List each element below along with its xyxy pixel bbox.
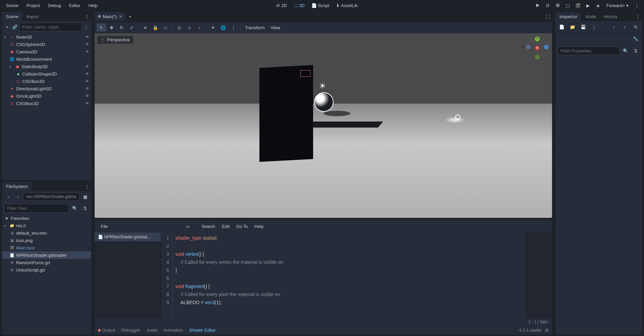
move-tool-button[interactable]: ✥ xyxy=(107,23,116,32)
filter-options-icon[interactable]: ⇅ xyxy=(631,46,640,55)
load-resource-button[interactable]: 📁 xyxy=(568,22,577,31)
code-minimap[interactable] xyxy=(525,233,552,318)
fs-file-icon[interactable]: ▦ icon.png xyxy=(2,237,91,244)
tree-node-csgbox1[interactable]: ⬡ CSGBox3D 👁 xyxy=(2,78,91,85)
tab-output[interactable]: Output xyxy=(98,328,115,333)
extra-tool-icon[interactable]: 🔧 xyxy=(631,34,640,43)
orientation-gizmo[interactable]: Y Z X xyxy=(526,37,549,59)
code-editor[interactable]: 1 2 3 4 5 6 7 8 9 shader_type spatial; v… xyxy=(161,233,552,318)
movie-button[interactable]: 🎬 xyxy=(574,1,582,10)
snap-options-button[interactable]: ▲ xyxy=(195,23,204,32)
fs-file-main[interactable]: 🎬 Main.tscn xyxy=(2,244,91,251)
mode-2d-button[interactable]: ⇄ 2D xyxy=(274,2,290,9)
tab-filesystem[interactable]: FileSystem xyxy=(2,182,32,191)
collapse-icon[interactable]: ▾ xyxy=(4,224,8,228)
visibility-icon[interactable]: 👁 xyxy=(85,101,89,106)
transform-menu[interactable]: Transform xyxy=(242,24,267,32)
scale-tool-button[interactable]: ⤢ xyxy=(127,23,136,32)
fs-file-shader[interactable]: 📄 NPRNoirShader.gdshader xyxy=(2,251,91,259)
shader-edit-menu[interactable]: Edit xyxy=(219,223,232,230)
view-menu[interactable]: View xyxy=(268,24,283,32)
tree-node-csgbox2[interactable]: ⬡ CSGBox3D 👁 xyxy=(2,100,91,107)
tab-history[interactable]: History xyxy=(600,12,622,21)
visibility-icon[interactable]: 👁 xyxy=(85,35,89,39)
fs-toggle-icon[interactable]: ▦ xyxy=(81,192,89,201)
filter-dots-icon[interactable]: ⋮ xyxy=(83,22,89,31)
fs-path-input[interactable] xyxy=(23,193,80,201)
mode-3d-button[interactable]: ⬚ 3D xyxy=(291,2,307,9)
mode-script-button[interactable]: 📄 Script xyxy=(309,2,332,9)
visibility-icon[interactable]: 👁 xyxy=(85,49,89,54)
tree-node-camera[interactable]: ◉ Camera3D 👁 xyxy=(2,48,91,55)
tb-dots-icon[interactable]: ⋮ xyxy=(229,23,238,32)
add-node-button[interactable]: + xyxy=(4,22,10,31)
nav-fwd-button[interactable]: › xyxy=(14,192,22,201)
scene-tab-main[interactable]: Main(*) ✕ xyxy=(95,12,126,21)
resource-dots-icon[interactable]: ⋮ xyxy=(590,22,598,31)
stop-button[interactable] xyxy=(553,1,562,10)
add-scene-button[interactable]: + xyxy=(126,12,135,21)
fs-file-randomforce[interactable]: ⚙ RandomForce.gd xyxy=(2,259,91,266)
mode-assetlib-button[interactable]: ⬇ AssetLib xyxy=(333,2,360,9)
gizmo-y-neg[interactable] xyxy=(535,55,540,59)
gizmo-y[interactable]: Y xyxy=(535,37,540,41)
collapse-icon[interactable]: ▾ xyxy=(9,65,13,68)
tab-animation[interactable]: Animation xyxy=(163,328,183,333)
rotate-tool-button[interactable]: ↻ xyxy=(117,23,126,32)
tab-inspector[interactable]: Inspector xyxy=(555,12,581,21)
viewport-3d[interactable]: ⋮ Perspective ☀ Y Z X xyxy=(95,33,552,218)
link-button[interactable]: 🔗 xyxy=(12,22,18,31)
shader-file-tab[interactable]: 📄 NPRNoirShader.gdshad... xyxy=(95,233,161,241)
fs-file-unice[interactable]: ⚙ UnIceScript.gd xyxy=(2,266,91,274)
group-button[interactable]: ⊞ xyxy=(161,23,170,32)
env-button[interactable]: 🌐 xyxy=(218,23,228,32)
sun-button[interactable]: ☀ xyxy=(208,23,218,32)
close-icon[interactable]: ✕ xyxy=(119,14,122,19)
scene-filter-input[interactable] xyxy=(19,23,82,31)
menu-debug[interactable]: Debug xyxy=(45,2,64,9)
menu-project[interactable]: Project xyxy=(23,2,43,9)
tree-node-omnilight[interactable]: ◉ OmniLight3D 👁 xyxy=(2,92,91,100)
fs-file-env[interactable]: ⊞ default_env.tres xyxy=(2,229,91,237)
renderer-dropdown[interactable]: Forward+ ▾ xyxy=(604,2,631,9)
visibility-icon[interactable]: 👁 xyxy=(85,86,89,91)
list-tool-button[interactable]: ≡ xyxy=(141,23,150,32)
code-content[interactable]: shader_type spatial; void vertex() { // … xyxy=(173,233,525,318)
tree-node-root[interactable]: ▾ ○ Node3D 👁 xyxy=(2,33,91,41)
save-resource-button[interactable]: 💾 xyxy=(579,22,588,31)
nav-back-button[interactable]: ‹ xyxy=(4,192,12,201)
play-button[interactable] xyxy=(533,1,542,10)
panel-dots-icon[interactable]: ⋮ xyxy=(83,12,91,21)
visibility-icon[interactable]: 👁 xyxy=(85,71,89,76)
gizmo-z[interactable]: Z xyxy=(526,45,531,49)
shader-search-menu[interactable]: Search xyxy=(199,223,218,230)
tab-import[interactable]: Import xyxy=(22,12,43,21)
remote-button[interactable]: ▢ xyxy=(563,1,572,10)
tree-node-csgsphere[interactable]: ⬡ CSGSphere3D 👁 xyxy=(2,41,91,48)
menu-editor[interactable]: Editor xyxy=(66,2,84,9)
search-icon[interactable]: 🔍 xyxy=(70,204,79,212)
new-resource-button[interactable]: 📄 xyxy=(557,22,566,31)
panel-dots-icon[interactable]: ⋮ xyxy=(633,12,642,21)
shader-file-menu[interactable]: File xyxy=(98,223,110,230)
menu-scene[interactable]: Scene xyxy=(3,2,22,9)
search-icon[interactable]: 🔍 xyxy=(621,46,630,55)
tab-node[interactable]: Node xyxy=(581,12,600,21)
fs-favorites[interactable]: ★ Favorites: xyxy=(2,214,91,222)
gizmo-x[interactable] xyxy=(544,45,549,49)
tree-node-worldenv[interactable]: 🌐 WorldEnvironment xyxy=(2,55,91,63)
fs-sort-icon[interactable]: ⇅ xyxy=(81,204,89,212)
inspector-filter-input[interactable] xyxy=(557,47,620,55)
local-button[interactable]: ⊙ xyxy=(175,23,184,32)
menu-dots-icon[interactable]: ⋮ xyxy=(633,1,641,10)
distraction-free-button[interactable]: ⛶ xyxy=(543,12,552,21)
select-tool-button[interactable]: ↖ xyxy=(97,23,106,32)
history-fwd-button[interactable]: › xyxy=(621,22,629,31)
play-scene-button[interactable]: ▶ xyxy=(584,1,592,10)
tab-shader-editor[interactable]: Shader Editor xyxy=(189,328,216,333)
panel-dots-icon[interactable]: ⋮ xyxy=(83,182,91,191)
pause-button[interactable] xyxy=(543,1,552,10)
snap-button[interactable]: ⊹ xyxy=(185,23,194,32)
visibility-icon[interactable]: 👁 xyxy=(85,64,89,69)
play-custom-button[interactable]: ◈ xyxy=(594,1,602,10)
